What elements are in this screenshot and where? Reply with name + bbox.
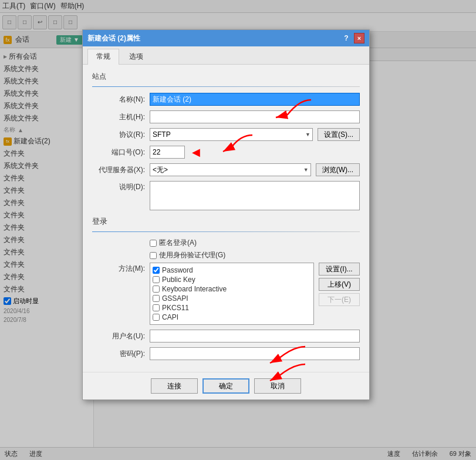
- label-capi: CAPI: [162, 313, 178, 321]
- row-agent: 使用身份验证代理(G): [150, 250, 360, 260]
- label-name: 名称(N):: [92, 95, 145, 105]
- method-item-keyboard: Keyboard Interactive: [153, 284, 311, 294]
- label-host: 主机(H):: [92, 112, 145, 122]
- dialog-tabs: 常规 选项: [83, 46, 369, 65]
- main-dialog: 新建会话 (2)属性 ? × 常规 选项 站点 名称(N): 主机(H):: [82, 29, 370, 400]
- section-login: 登录 匿名登录(A) 使用身份验证代理(G) 方法(M): Password: [92, 216, 360, 360]
- btn-move-down: 下一(E): [319, 293, 360, 306]
- dialog-footer: 连接 确定 取消: [83, 372, 369, 399]
- dialog-titlebar: 新建会话 (2)属性 ? ×: [83, 30, 369, 46]
- label-username: 用户名(U):: [92, 331, 145, 341]
- method-item-gssapi: GSSAPI: [153, 294, 311, 303]
- select-protocol[interactable]: SFTP FTP SSH: [150, 128, 313, 141]
- method-buttons: 设置(I)... 上移(V) 下一(E): [319, 263, 360, 306]
- help-button[interactable]: ?: [341, 33, 352, 43]
- checkbox-password[interactable]: [153, 267, 160, 274]
- checkbox-pkcs11[interactable]: [153, 304, 160, 311]
- method-list: Password Public Key Keyboard Interactive…: [150, 263, 314, 325]
- btn-connect[interactable]: 连接: [151, 378, 198, 394]
- input-name[interactable]: [150, 93, 360, 106]
- input-description[interactable]: [150, 181, 360, 210]
- label-port: 端口号(O):: [92, 147, 145, 157]
- section-divider-station: [92, 86, 360, 87]
- close-button[interactable]: ×: [354, 33, 364, 43]
- section-station: 站点 名称(N): 主机(H): 协议(R): SFTP FTP SSH: [92, 72, 360, 210]
- input-password[interactable]: [150, 347, 360, 360]
- section-title-login: 登录: [92, 216, 360, 227]
- row-host: 主机(H):: [92, 110, 360, 123]
- port-arrow-indicator: ◀: [192, 146, 200, 159]
- label-pkcs11: PKCS11: [162, 304, 189, 312]
- label-description: 说明(D):: [92, 181, 145, 192]
- row-description: 说明(D):: [92, 181, 360, 210]
- checkbox-keyboard[interactable]: [153, 286, 160, 293]
- label-password-field: 密码(P):: [92, 349, 145, 359]
- row-method: 方法(M): Password Public Key Keyboard Inte…: [92, 263, 360, 325]
- row-protocol: 协议(R): SFTP FTP SSH ▼ 设置(S)...: [92, 128, 360, 141]
- method-item-password: Password: [153, 266, 311, 275]
- section-title-station: 站点: [92, 72, 360, 82]
- method-item-capi: CAPI: [153, 313, 311, 322]
- row-username: 用户名(U):: [92, 330, 360, 343]
- row-password: 密码(P):: [92, 347, 360, 360]
- btn-move-up[interactable]: 上移(V): [319, 278, 360, 291]
- label-keyboard: Keyboard Interactive: [162, 285, 227, 293]
- input-username[interactable]: [150, 330, 360, 343]
- label-agent: 使用身份验证代理(G): [159, 250, 225, 260]
- label-method: 方法(M):: [92, 263, 145, 274]
- dialog-title: 新建会话 (2)属性: [87, 33, 140, 43]
- checkbox-capi[interactable]: [153, 314, 160, 321]
- tab-options[interactable]: 选项: [120, 49, 152, 64]
- row-port: 端口号(O): ◀: [92, 146, 360, 159]
- row-anonymous: 匿名登录(A): [150, 238, 360, 248]
- input-port[interactable]: [150, 146, 185, 159]
- label-anonymous: 匿名登录(A): [159, 238, 197, 248]
- checkbox-anonymous[interactable]: [150, 240, 157, 247]
- btn-browse[interactable]: 浏览(W)...: [316, 163, 360, 176]
- tab-general[interactable]: 常规: [87, 49, 119, 65]
- btn-method-settings[interactable]: 设置(I)...: [319, 263, 360, 276]
- section-divider-login: [92, 231, 360, 232]
- select-proxy[interactable]: <无>: [150, 163, 311, 176]
- btn-protocol-settings[interactable]: 设置(S)...: [318, 128, 360, 141]
- btn-cancel[interactable]: 取消: [254, 378, 301, 394]
- label-password: Password: [162, 266, 193, 274]
- checkbox-publickey[interactable]: [153, 276, 160, 283]
- checkbox-gssapi[interactable]: [153, 295, 160, 302]
- label-gssapi: GSSAPI: [162, 294, 188, 303]
- btn-ok[interactable]: 确定: [202, 378, 249, 394]
- dialog-body: 站点 名称(N): 主机(H): 协议(R): SFTP FTP SSH: [83, 65, 369, 372]
- label-proxy: 代理服务器(X):: [92, 165, 145, 175]
- row-proxy: 代理服务器(X): <无> ▼ 浏览(W)...: [92, 163, 360, 176]
- label-protocol: 协议(R):: [92, 130, 145, 140]
- label-publickey: Public Key: [162, 276, 195, 284]
- method-item-publickey: Public Key: [153, 275, 311, 284]
- input-host[interactable]: [150, 110, 360, 123]
- method-item-pkcs11: PKCS11: [153, 303, 311, 313]
- row-name: 名称(N):: [92, 93, 360, 106]
- checkbox-agent[interactable]: [150, 252, 157, 259]
- titlebar-buttons: ? ×: [341, 33, 364, 43]
